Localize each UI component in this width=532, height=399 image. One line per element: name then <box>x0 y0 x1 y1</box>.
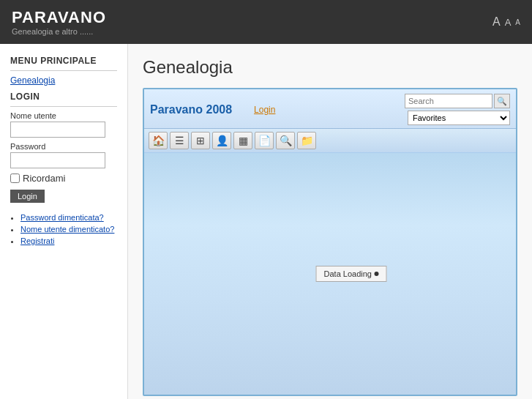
toolbar-home-icon[interactable]: 🏠 <box>149 132 168 149</box>
registrati-link[interactable]: Registrati <box>20 236 54 245</box>
toolbar-list-icon[interactable]: ☰ <box>170 132 189 149</box>
toolbar-folder-icon[interactable]: 📁 <box>297 132 316 149</box>
main-layout: MENU PRINCIPALE Genealogia LOGIN Nome ut… <box>0 44 532 399</box>
list-item: Registrati <box>20 236 117 245</box>
font-medium-btn[interactable]: A <box>505 15 512 29</box>
menu-title: MENU PRINCIPALE <box>10 56 117 66</box>
search-input[interactable] <box>405 94 492 108</box>
extra-links-list: Password dimenticata? Nome utente diment… <box>10 213 117 245</box>
app-title: Paravano 2008 <box>150 103 232 116</box>
app-search-area: 🔍 Favorites <box>405 94 510 125</box>
data-loading-indicator: Data Loading <box>316 266 387 282</box>
ricordami-label: Ricordami <box>23 173 66 184</box>
favorites-row: Favorites <box>408 111 510 125</box>
font-small-btn[interactable]: A <box>515 15 520 29</box>
password-dimenticata-link[interactable]: Password dimenticata? <box>20 213 104 222</box>
main-content: Genealogia Paravano 2008 Login 🔍 Favorit… <box>128 44 532 399</box>
login-divider <box>10 106 117 107</box>
search-row: 🔍 <box>405 94 510 108</box>
list-item: Password dimenticata? <box>20 213 117 222</box>
favorites-select[interactable]: Favorites <box>408 111 510 125</box>
search-button[interactable]: 🔍 <box>494 94 510 108</box>
list-item: Nome utente dimenticato? <box>20 225 117 234</box>
app-frame: Paravano 2008 Login 🔍 Favorites <box>143 88 517 396</box>
nome-utente-label: Nome utente <box>10 111 117 120</box>
toolbar-document-icon[interactable]: 📄 <box>255 132 274 149</box>
menu-divider <box>10 70 117 71</box>
site-subtitle: Genealogia e altro ...... <box>12 27 106 36</box>
loading-dot <box>375 272 379 276</box>
password-input[interactable] <box>10 152 105 168</box>
site-title: PARAVANO <box>12 8 106 27</box>
nome-utente-input[interactable] <box>10 122 105 138</box>
font-controls: A A A <box>492 15 520 29</box>
login-button[interactable]: Login <box>10 190 45 203</box>
sidebar: MENU PRINCIPALE Genealogia LOGIN Nome ut… <box>0 44 128 399</box>
ricordami-checkbox[interactable] <box>10 174 20 183</box>
sidebar-link-genealogia[interactable]: Genealogia <box>10 75 117 86</box>
toolbar-table-icon[interactable]: ▦ <box>233 132 252 149</box>
data-loading-text: Data Loading <box>324 269 372 278</box>
header-title-block: PARAVANO Genealogia e altro ...... <box>12 8 106 36</box>
app-login-link[interactable]: Login <box>254 105 275 115</box>
nome-utente-dimenticato-link[interactable]: Nome utente dimenticato? <box>20 225 114 234</box>
login-section: LOGIN Nome utente Password Ricordami Log… <box>10 92 117 210</box>
site-header: PARAVANO Genealogia e altro ...... A A A <box>0 0 532 44</box>
toolbar-person-icon[interactable]: 👤 <box>212 132 231 149</box>
app-body: Data Loading <box>144 153 516 395</box>
password-label: Password <box>10 142 117 151</box>
app-toolbar: 🏠 ☰ ⊞ 👤 ▦ 📄 🔍 📁 <box>144 129 516 153</box>
remember-row: Ricordami <box>10 173 117 184</box>
toolbar-grid-icon[interactable]: ⊞ <box>191 132 210 149</box>
font-large-btn[interactable]: A <box>492 15 501 29</box>
app-topbar: Paravano 2008 Login 🔍 Favorites <box>144 89 516 129</box>
toolbar-search-icon[interactable]: 🔍 <box>276 132 295 149</box>
login-title: LOGIN <box>10 92 117 102</box>
page-title: Genealogia <box>143 57 517 78</box>
